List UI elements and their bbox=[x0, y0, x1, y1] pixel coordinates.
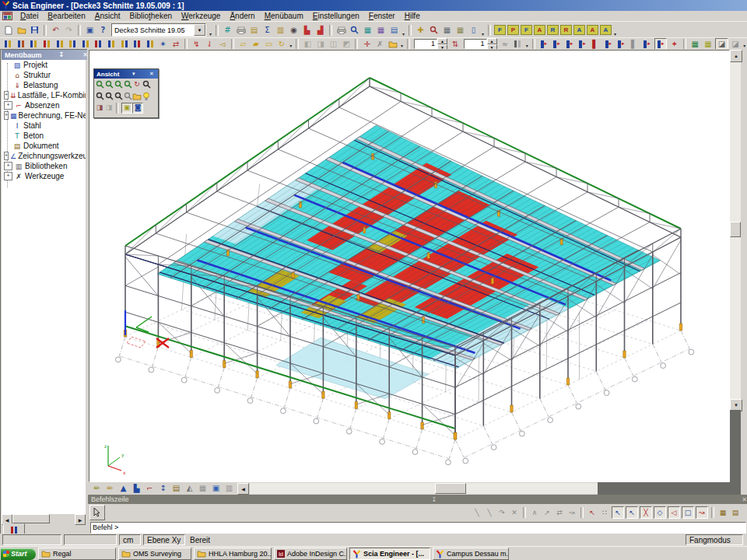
snap-tangent-icon[interactable]: ◁ bbox=[668, 506, 680, 519]
command-input[interactable] bbox=[90, 522, 746, 534]
load-case-1[interactable]: ▸ bbox=[538, 39, 550, 49]
toolbar-overflow-icon[interactable]: ▾ bbox=[524, 43, 530, 48]
check-structure-icon[interactable]: ⇄ bbox=[170, 39, 182, 49]
expand-icon[interactable]: + bbox=[4, 111, 9, 120]
tools-folder[interactable] bbox=[388, 39, 399, 49]
menu-bibliotheken[interactable]: Bibliotheken bbox=[125, 12, 177, 20]
display-chart-icon[interactable]: ▙ bbox=[131, 484, 142, 494]
stability-combi-icon[interactable]: ▌ bbox=[629, 39, 640, 49]
help-icon[interactable]: ? bbox=[97, 25, 109, 35]
save-project[interactable] bbox=[29, 25, 40, 35]
scrollbar-thumb[interactable] bbox=[12, 514, 50, 523]
add-column[interactable] bbox=[28, 39, 40, 49]
view-axo-2[interactable]: A bbox=[573, 25, 585, 35]
material-library-icon[interactable]: ▤ bbox=[248, 25, 260, 35]
arc-tool-icon[interactable]: ↷ bbox=[496, 507, 507, 518]
mass-combi[interactable]: ▸ bbox=[654, 38, 668, 50]
menu-tree-header[interactable]: Menübaum ↧ ✕ bbox=[2, 50, 89, 60]
chevron-down-icon[interactable]: ▾ bbox=[131, 71, 137, 77]
close-icon[interactable]: ✕ bbox=[148, 71, 156, 77]
task-om5-surveying[interactable]: OM5 Surveying bbox=[118, 548, 191, 560]
document-icon[interactable]: ▤ bbox=[388, 25, 400, 35]
scroll-left-icon[interactable]: ◀ bbox=[237, 483, 249, 495]
hinge-tool-icon[interactable]: ↯ bbox=[191, 39, 202, 49]
snap-cursor-icon[interactable]: ↖ bbox=[587, 507, 598, 518]
table-input-icon[interactable]: ▦ bbox=[441, 25, 453, 35]
sidebar-item-stahl[interactable]: IStahl bbox=[2, 121, 86, 131]
spinner-value[interactable]: 1 bbox=[464, 39, 487, 49]
zoom-out-icon[interactable] bbox=[95, 92, 104, 101]
zoom-document-icon[interactable] bbox=[428, 25, 440, 35]
sidebar-item-bibliotheken[interactable]: +▥Bibliotheken bbox=[2, 161, 86, 171]
seismic-spectrum-icon[interactable]: ✦ bbox=[668, 39, 680, 49]
sidebar-item-belastung[interactable]: ⇓Belastung bbox=[2, 80, 86, 90]
search-icon[interactable] bbox=[349, 25, 360, 35]
menu-men-baum[interactable]: Menübaum bbox=[260, 12, 308, 20]
menu-bearbeiten[interactable]: Bearbeiten bbox=[43, 12, 89, 20]
engineering-report-icon[interactable]: ◪ bbox=[730, 39, 742, 49]
add-beam[interactable] bbox=[16, 39, 27, 49]
snap-mode-button[interactable]: Fangmodus bbox=[686, 534, 743, 545]
add-subregion[interactable] bbox=[132, 39, 143, 49]
zoom-window-icon[interactable] bbox=[114, 80, 123, 89]
toolbar-overflow-icon[interactable]: ▾ bbox=[480, 31, 486, 37]
load-group[interactable]: ▸ bbox=[577, 39, 588, 49]
zoom-increase-icon[interactable] bbox=[95, 80, 104, 89]
menu-werkzeuge[interactable]: Werkzeuge bbox=[177, 12, 225, 20]
rotate-icon[interactable]: ↻ bbox=[276, 39, 288, 49]
snap-midpoint-icon[interactable]: ↖ bbox=[626, 506, 638, 519]
angle-tool-icon[interactable]: ∧ bbox=[529, 507, 540, 518]
results-grid-icon[interactable]: ▦ bbox=[689, 39, 701, 49]
model-canvas[interactable]: zyx bbox=[89, 50, 730, 482]
pin-icon[interactable]: ↧ bbox=[430, 496, 440, 503]
modify-2-icon[interactable]: ◨ bbox=[315, 39, 327, 49]
vertical-scrollbar[interactable]: ▲▼ bbox=[730, 50, 741, 410]
render-toggle-icon[interactable]: ◙ bbox=[132, 103, 143, 114]
sidebar-item-berechnung-fe-netz[interactable]: +▦Berechnung, FE-Netz bbox=[2, 110, 86, 121]
menu--ndern[interactable]: Ändern bbox=[225, 12, 259, 20]
rotate-model-icon[interactable]: ↻ bbox=[132, 80, 142, 89]
member-doc-icon[interactable]: ▯ bbox=[468, 25, 479, 35]
calc-protocol-icon[interactable]: ◪ bbox=[715, 38, 728, 50]
wire-toggle-icon[interactable]: ▣ bbox=[121, 103, 132, 114]
spinner-value[interactable]: 1 bbox=[414, 39, 437, 49]
move-icon[interactable]: ▱ bbox=[237, 39, 249, 49]
new-project[interactable] bbox=[2, 25, 14, 35]
paperspace-gallery-icon[interactable]: ▦ bbox=[375, 25, 387, 35]
expand-icon[interactable]: + bbox=[4, 152, 9, 160]
sidebar-item-absenzen[interactable]: +⌐Absenzen bbox=[2, 100, 86, 110]
sidebar-item-zeichnungswerkzeuge[interactable]: +∠Zeichnungswerkzeuge bbox=[2, 151, 86, 161]
delete-icon[interactable]: ✛ bbox=[361, 39, 373, 49]
command-line-header[interactable]: Befehlszeile ↧ ✕ bbox=[88, 495, 747, 504]
activity-toggle-icon[interactable]: ⇅ bbox=[450, 39, 461, 49]
sidebar-item-beton[interactable]: TBeton bbox=[2, 131, 86, 141]
task-regal[interactable]: Regal bbox=[38, 548, 116, 560]
copy-view-icon[interactable]: ◨ bbox=[104, 103, 114, 113]
display-table-2-icon[interactable]: ▥ bbox=[223, 484, 235, 494]
display-render-icon[interactable]: ▤ bbox=[170, 484, 182, 494]
add-rib[interactable] bbox=[54, 39, 65, 49]
toolbar-overflow-icon[interactable]: ▾ bbox=[208, 31, 213, 37]
image-gallery-icon[interactable]: ▦ bbox=[362, 25, 374, 35]
layer-bars[interactable] bbox=[512, 39, 524, 49]
layers-icon[interactable]: ✚ bbox=[415, 25, 426, 35]
expand-icon[interactable]: + bbox=[4, 101, 12, 110]
rigid-arm-icon[interactable]: ◅ bbox=[216, 39, 228, 49]
view-axo[interactable]: A bbox=[534, 25, 545, 35]
view-right-2[interactable]: R bbox=[560, 25, 572, 35]
expand-icon[interactable]: + bbox=[4, 162, 12, 170]
spin-up-icon[interactable]: ▲ bbox=[487, 38, 497, 44]
menu-datei[interactable]: Datei bbox=[16, 12, 43, 20]
view-axo-3[interactable]: A bbox=[587, 25, 598, 35]
extend-tool-icon[interactable]: ↗ bbox=[542, 507, 552, 518]
status-plane[interactable]: Ebene Xy bbox=[143, 534, 185, 545]
print-view-icon[interactable]: ◨ bbox=[95, 103, 104, 113]
start-button[interactable]: Start bbox=[1, 548, 36, 560]
toolbar-overflow-icon[interactable]: ▾ bbox=[742, 43, 747, 48]
task-scia-engineer-[interactable]: Scia Engineer - [... bbox=[349, 548, 430, 560]
line-grid-icon[interactable]: ▤ bbox=[730, 507, 741, 518]
mass-donut-icon[interactable]: ◉ bbox=[288, 25, 300, 35]
pin-icon[interactable]: ↧ bbox=[58, 51, 66, 58]
redo-icon[interactable]: ↷ bbox=[63, 25, 75, 35]
nonlinear-combi[interactable]: ▸ bbox=[615, 39, 627, 49]
